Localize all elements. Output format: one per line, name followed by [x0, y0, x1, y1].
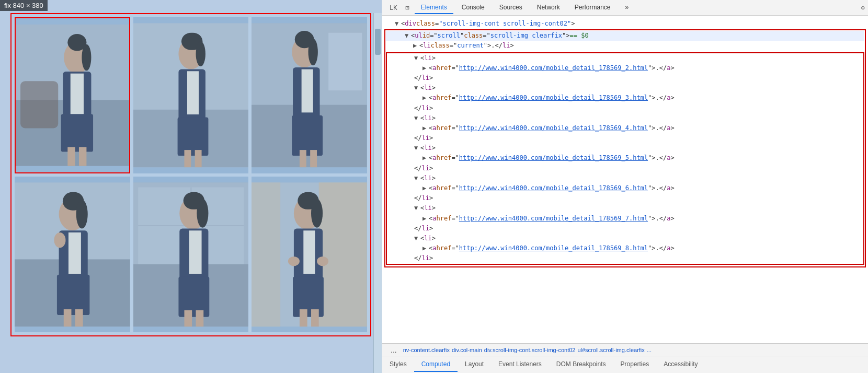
img-cell-2 — [133, 17, 249, 173]
li-list-box: ▼ <li> ▶ <a href="http://www.win4000.com… — [386, 52, 864, 265]
html-line-li-8-close[interactable]: </li> — [387, 253, 863, 263]
html-line-li-7[interactable]: ▼ <li> — [387, 203, 863, 213]
html-line-li-7-close[interactable]: </li> — [387, 224, 863, 234]
devtools-panel: LK ⊡ Elements Console Sources Network Pe… — [382, 0, 868, 373]
svg-rect-58 — [252, 182, 280, 327]
breadcrumb-col-main[interactable]: div.col-main — [452, 347, 482, 353]
svg-point-50 — [197, 199, 208, 227]
svg-point-61 — [311, 199, 323, 227]
img-cell-1 — [15, 17, 130, 173]
tab-performance[interactable]: Performance — [568, 2, 617, 14]
breadcrumb-more[interactable]: ... — [647, 347, 652, 353]
html-line-li-5[interactable]: ▼ <li> — [387, 143, 863, 153]
html-line-a-6[interactable]: ▶ <a href="http://www.win4000.com/mobile… — [387, 183, 863, 193]
html-line-ul-scroll[interactable]: ▼ <ul id="scroll" class="scroll-img clea… — [386, 31, 864, 41]
html-line-li-2[interactable]: ▼ <li> — [387, 53, 863, 63]
tab-computed[interactable]: Computed — [414, 357, 458, 372]
svg-rect-20 — [195, 150, 201, 167]
tab-event-listeners[interactable]: Event Listeners — [491, 357, 549, 372]
svg-rect-31 — [328, 33, 362, 90]
html-line-li-4[interactable]: ▼ <li> — [387, 113, 863, 123]
html-line-a-4[interactable]: ▶ <a href="http://www.win4000.com/mobile… — [387, 123, 863, 133]
svg-point-36 — [76, 200, 88, 228]
img-cell-4 — [15, 177, 130, 333]
tab-styles[interactable]: Styles — [382, 357, 414, 372]
svg-point-15 — [196, 41, 205, 66]
svg-point-4 — [82, 44, 91, 71]
tab-properties[interactable]: Properties — [613, 357, 657, 372]
html-line-li-5-close[interactable]: </li> — [387, 164, 863, 173]
svg-rect-10 — [20, 81, 58, 128]
html-line-a-3[interactable]: ▶ <a href="http://www.win4000.com/mobile… — [387, 93, 863, 103]
html-line-a-8[interactable]: ▶ <a href="http://www.win4000.com/mobile… — [387, 243, 863, 253]
svg-rect-64 — [293, 276, 324, 317]
tab-network[interactable]: Network — [531, 2, 566, 14]
devtools-tab-bar: LK ⊡ Elements Console Sources Network Pe… — [382, 0, 868, 16]
tab-accessibility[interactable]: Accessibility — [656, 357, 705, 372]
scrollbar[interactable] — [373, 13, 382, 373]
tab-dom-breakpoints[interactable]: DOM Breakpoints — [549, 357, 613, 372]
html-line-li-4-close[interactable]: </li> — [387, 133, 863, 143]
breadcrumb-scroll-img-cont[interactable]: div.scroll-img-cont.scroll-img-cont02 — [484, 347, 576, 353]
devtools-add-icon[interactable]: ⊕ — [858, 2, 868, 14]
breadcrumb-nv-content[interactable]: nv-content.clearfix — [403, 347, 450, 353]
scroll-thumb[interactable] — [375, 29, 381, 55]
svg-rect-7 — [61, 114, 93, 151]
tab-sources[interactable]: Sources — [493, 2, 529, 14]
svg-rect-52 — [189, 230, 201, 274]
ul-scroll-box: ▼ <ul id="scroll" class="scroll-img clea… — [384, 29, 866, 267]
svg-rect-29 — [300, 150, 306, 167]
html-line-a-2[interactable]: ▶ <a href="http://www.win4000.com/mobile… — [387, 63, 863, 73]
html-line-div-scroll[interactable]: ▼ <div class="scroll-img-cont scroll-img… — [382, 19, 868, 29]
svg-rect-27 — [302, 69, 313, 113]
expand-arrow-ul[interactable]: ▼ — [405, 31, 410, 41]
img-cell-6 — [252, 177, 367, 333]
svg-rect-19 — [184, 150, 191, 167]
html-line-li-3[interactable]: ▼ <li> — [387, 83, 863, 93]
breadcrumb-bar: ... nv-content.clearfix div.col-main div… — [382, 344, 868, 356]
devtools-bottom: ... nv-content.clearfix div.col-main div… — [382, 343, 868, 373]
html-line-li-current[interactable]: ▶ <li class="current" >.</li> — [386, 41, 864, 51]
breadcrumb-ul-scroll[interactable]: ul#scroll.scroll-img.clearfix — [577, 347, 644, 353]
img-cell-3 — [252, 17, 367, 173]
svg-rect-55 — [196, 310, 203, 326]
svg-rect-38 — [68, 232, 81, 273]
svg-point-67 — [288, 256, 300, 265]
tab-console[interactable]: Console — [455, 2, 491, 14]
top-bar: fix 840 × 380 — [0, 0, 48, 11]
breadcrumb-ellipsis[interactable]: ... — [386, 346, 401, 354]
svg-rect-41 — [75, 309, 83, 327]
svg-rect-9 — [79, 147, 86, 166]
html-tree: ▼ <div class="scroll-img-cont scroll-img… — [382, 16, 868, 343]
svg-rect-18 — [177, 118, 208, 156]
svg-rect-30 — [311, 150, 317, 167]
html-line-li-2-close[interactable]: </li> — [387, 73, 863, 83]
devtools-icon-screen[interactable]: ⊡ — [402, 2, 412, 14]
html-line-a-7[interactable]: ▶ <a href="http://www.win4000.com/mobile… — [387, 214, 863, 224]
html-line-a-5[interactable]: ▶ <a href="http://www.win4000.com/mobile… — [387, 153, 863, 163]
svg-rect-63 — [304, 230, 315, 274]
left-panel: fix 840 × 380 — [0, 0, 382, 373]
svg-rect-17 — [187, 71, 199, 114]
tab-layout[interactable]: Layout — [458, 357, 491, 372]
img-cell-5 — [133, 177, 249, 333]
svg-point-42 — [54, 232, 65, 247]
html-line-li-6-close[interactable]: </li> — [387, 193, 863, 203]
svg-rect-57 — [319, 182, 367, 327]
svg-rect-66 — [311, 309, 319, 327]
devtools-icon-lk[interactable]: LK — [386, 2, 400, 14]
html-line-li-3-close[interactable]: </li> — [387, 103, 863, 113]
svg-rect-39 — [57, 274, 90, 314]
expand-arrow-li0[interactable]: ▶ — [413, 41, 418, 51]
svg-rect-54 — [184, 310, 192, 326]
tab-elements[interactable]: Elements — [415, 2, 453, 14]
html-line-li-6[interactable]: ▼ <li> — [387, 173, 863, 183]
svg-point-68 — [317, 256, 328, 265]
html-line-li-8[interactable]: ▼ <li> — [387, 234, 863, 243]
expand-arrow[interactable]: ▼ — [395, 19, 400, 29]
svg-rect-8 — [67, 147, 75, 166]
tab-more[interactable]: » — [619, 2, 635, 14]
image-grid — [10, 13, 371, 336]
svg-rect-40 — [64, 309, 72, 327]
svg-rect-6 — [71, 74, 84, 116]
